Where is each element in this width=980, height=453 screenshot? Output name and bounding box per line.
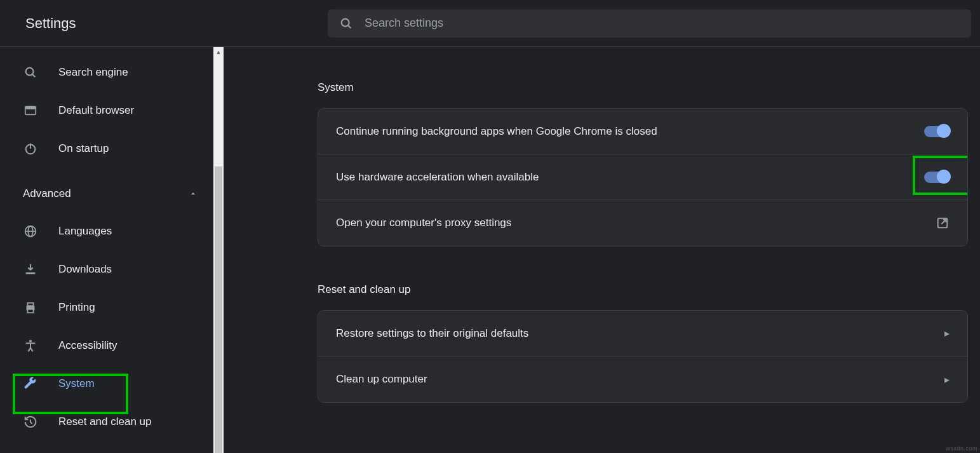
- setting-label: Restore settings to their original defau…: [336, 327, 528, 340]
- main-content: System Continue running background apps …: [224, 47, 980, 453]
- svg-line-3: [32, 74, 35, 77]
- sidebar-item-languages[interactable]: Languages: [0, 212, 224, 250]
- wrench-icon: [23, 376, 38, 391]
- svg-rect-13: [27, 303, 33, 306]
- svg-rect-5: [25, 107, 36, 110]
- download-icon: [23, 262, 38, 277]
- scrollbar-thumb[interactable]: [215, 166, 222, 453]
- chevron-right-icon: ▸: [944, 327, 950, 339]
- sidebar-item-system[interactable]: System: [0, 365, 224, 403]
- chevron-right-icon: ▸: [944, 374, 950, 386]
- page-title: Settings: [0, 15, 328, 32]
- svg-point-0: [342, 18, 349, 26]
- browser-icon: [23, 103, 38, 118]
- setting-label: Open your computer's proxy settings: [336, 217, 511, 229]
- scrollbar[interactable]: ▲: [213, 47, 224, 453]
- setting-label: Use hardware acceleration when available: [336, 171, 539, 184]
- printer-icon: [23, 300, 38, 315]
- sidebar-item-label: System: [58, 377, 95, 390]
- setting-proxy[interactable]: Open your computer's proxy settings: [318, 200, 967, 246]
- advanced-label: Advanced: [23, 187, 71, 200]
- external-link-icon: [936, 216, 950, 230]
- search-input[interactable]: [365, 17, 960, 30]
- power-icon: [23, 141, 38, 156]
- setting-hardware-accel[interactable]: Use hardware acceleration when available: [318, 154, 967, 200]
- svg-rect-11: [26, 273, 36, 274]
- search-container[interactable]: [328, 10, 971, 37]
- sidebar-item-label: Downloads: [58, 263, 112, 276]
- sidebar-item-search-engine[interactable]: Search engine: [0, 53, 224, 91]
- appearance-icon: [23, 47, 38, 53]
- watermark-text: wsxdn.com: [946, 445, 977, 452]
- accessibility-icon: [23, 338, 38, 353]
- setting-restore-defaults[interactable]: Restore settings to their original defau…: [318, 311, 967, 356]
- setting-background-apps[interactable]: Continue running background apps when Go…: [318, 109, 967, 154]
- sidebar-item-label: Printing: [58, 301, 95, 314]
- setting-label: Clean up computer: [336, 373, 427, 386]
- sidebar-item-reset[interactable]: Reset and clean up: [0, 403, 224, 441]
- setting-label: Continue running background apps when Go…: [336, 125, 657, 138]
- sidebar-advanced-toggle[interactable]: Advanced: [0, 175, 224, 212]
- system-card: Continue running background apps when Go…: [318, 108, 968, 247]
- svg-line-1: [348, 25, 351, 27]
- setting-cleanup[interactable]: Clean up computer ▸: [318, 356, 967, 402]
- sidebar-item-accessibility[interactable]: Accessibility: [0, 327, 224, 365]
- globe-icon: [23, 224, 38, 239]
- section-title-system: System: [318, 81, 972, 94]
- scroll-up-arrow-icon[interactable]: ▲: [213, 47, 224, 57]
- svg-point-2: [26, 68, 34, 76]
- sidebar-item-on-startup[interactable]: On startup: [0, 130, 224, 168]
- sidebar-item-label: Search engine: [58, 66, 128, 79]
- sidebar-item-default-browser[interactable]: Default browser: [0, 91, 224, 130]
- sidebar-item-label: Accessibility: [58, 339, 117, 352]
- svg-point-15: [29, 340, 32, 342]
- sidebar-item-label: On startup: [58, 142, 109, 155]
- svg-line-17: [30, 423, 32, 424]
- sidebar-item-label: Languages: [58, 225, 112, 238]
- sidebar: Appearance Search engine Default browser: [0, 47, 224, 453]
- restore-icon: [23, 414, 38, 429]
- sidebar-item-downloads[interactable]: Downloads: [0, 250, 224, 288]
- sidebar-item-label: Default browser: [58, 104, 134, 117]
- svg-rect-14: [27, 309, 33, 313]
- sidebar-item-appearance[interactable]: Appearance: [0, 47, 224, 53]
- toggle-background-apps[interactable]: [924, 126, 950, 137]
- sidebar-item-printing[interactable]: Printing: [0, 288, 224, 327]
- sidebar-item-label: Reset and clean up: [58, 416, 152, 428]
- toggle-hardware-accel[interactable]: [924, 172, 950, 183]
- search-icon: [23, 65, 38, 80]
- search-icon: [339, 17, 353, 30]
- top-bar: Settings: [0, 0, 980, 47]
- reset-card: Restore settings to their original defau…: [318, 310, 968, 403]
- chevron-up-icon: [188, 189, 198, 199]
- section-title-reset: Reset and clean up: [318, 283, 972, 296]
